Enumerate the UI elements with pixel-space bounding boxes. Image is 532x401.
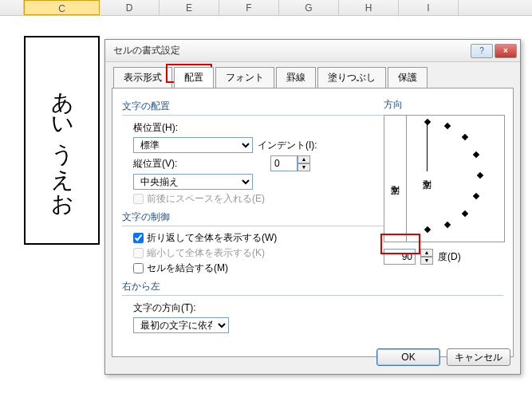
col-header[interactable]: I	[399, 0, 459, 15]
shrink-fit-checkbox	[133, 248, 144, 258]
degree-input[interactable]	[384, 249, 416, 265]
cancel-button[interactable]: キャンセル	[447, 348, 510, 366]
dialog-titlebar[interactable]: セルの書式設定 ? ×	[105, 40, 520, 62]
close-button[interactable]: ×	[495, 44, 517, 58]
tab-font[interactable]: フォント	[215, 67, 274, 88]
vertical-select[interactable]: 中央揃え	[133, 174, 253, 190]
deg-down-icon[interactable]: ▼	[420, 257, 433, 265]
indent-input[interactable]	[270, 155, 298, 171]
col-header[interactable]: D	[100, 0, 160, 15]
merge-cells-label: セルを結合する(M)	[147, 261, 228, 275]
tab-protection[interactable]: 保護	[388, 67, 428, 88]
column-headers: C D E F G H I	[0, 0, 532, 16]
dial-needle	[427, 122, 428, 171]
indent-spinner[interactable]: ▲▼	[270, 155, 310, 171]
vertical-label: 縦位置(V):	[133, 157, 189, 171]
help-button[interactable]: ?	[471, 44, 493, 58]
selected-cell[interactable]: あいうえお	[24, 36, 100, 245]
tab-strip: 表示形式 配置 フォント 罫線 塗りつぶし 保護	[105, 62, 520, 88]
shrink-fit-label: 縮小して全体を表示する(K)	[147, 246, 265, 260]
col-header[interactable]: H	[339, 0, 399, 15]
orientation-label: 方向	[384, 98, 505, 112]
justify-distributed-label: 前後にスペースを入れる(E)	[147, 192, 265, 206]
indent-label: インデント(I):	[258, 139, 317, 152]
wrap-text-label: 折り返して全体を表示する(W)	[147, 231, 277, 245]
col-header[interactable]: E	[160, 0, 219, 15]
tab-number[interactable]: 表示形式	[113, 67, 172, 88]
orientation-group: 方向 文字列 文字列 ▲▼	[384, 95, 505, 265]
tab-fill[interactable]: 塗りつぶし	[317, 67, 386, 88]
merge-cells-checkbox[interactable]	[133, 263, 144, 273]
degree-label: 度(D)	[438, 250, 461, 264]
justify-distributed-checkbox	[133, 194, 144, 204]
spin-down-icon[interactable]: ▼	[298, 163, 310, 171]
deg-up-icon[interactable]: ▲	[420, 249, 433, 257]
tab-alignment[interactable]: 配置	[174, 67, 214, 88]
text-direction-label: 文字の方向(T):	[133, 301, 205, 315]
format-cells-dialog: セルの書式設定 ? × 表示形式 配置 フォント 罫線 塗りつぶし 保護 文字の…	[104, 39, 521, 375]
spin-up-icon[interactable]: ▲	[298, 155, 310, 163]
orientation-box: 文字列 文字列	[384, 115, 505, 242]
col-header-c[interactable]: C	[24, 0, 100, 15]
orientation-dial[interactable]: 文字列	[407, 116, 504, 242]
ok-button[interactable]: OK	[376, 348, 440, 366]
alignment-panel: 文字の配置 横位置(H): 標準 インデント(I): 縦位置(V): ▲▼ 中央…	[112, 88, 514, 357]
wrap-text-checkbox[interactable]	[133, 233, 144, 243]
text-direction-select[interactable]: 最初の文字に依存	[133, 317, 229, 333]
col-header[interactable]: F	[219, 0, 279, 15]
dialog-title: セルの書式設定	[108, 44, 469, 57]
horizontal-label: 横位置(H):	[133, 121, 189, 135]
horizontal-select[interactable]: 標準	[133, 137, 253, 153]
rtl-label: 右から左	[122, 280, 503, 293]
col-header[interactable]: G	[279, 0, 339, 15]
tab-border[interactable]: 罫線	[276, 67, 316, 88]
row-header-corner	[0, 0, 24, 15]
vertical-text-button[interactable]: 文字列	[384, 116, 407, 242]
